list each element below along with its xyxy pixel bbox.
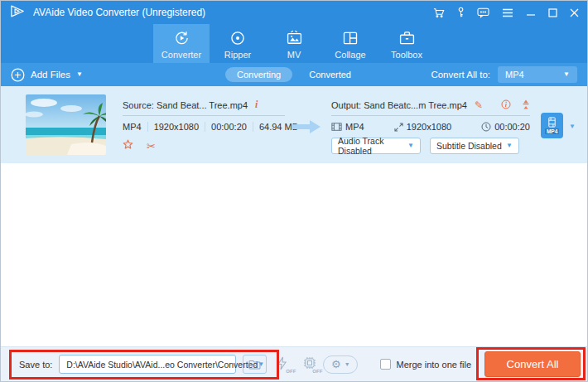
save-to-label: Save to: (19, 360, 52, 370)
audio-track-value: Audio Track Disabled (338, 136, 407, 156)
video-thumbnail (26, 94, 106, 155)
compress-icon[interactable] (522, 99, 530, 111)
tab-mv[interactable]: MV (266, 24, 322, 63)
subtitle-value: Subtitle Disabled (436, 141, 502, 151)
tab-collage[interactable]: Collage (322, 24, 378, 63)
settings-button[interactable]: ⚙ ▼ (323, 355, 358, 374)
cut-icon[interactable]: ✂ (147, 141, 156, 152)
tab-collage-label: Collage (335, 50, 365, 60)
gpu-off-label: OFF (312, 369, 322, 374)
audio-track-dropdown[interactable]: Audio Track Disabled ▼ (331, 138, 421, 154)
source-info: Source: Sand Beat... Tree.mp4 i MP4 1920… (123, 94, 285, 155)
tab-converter[interactable]: Converter (153, 24, 210, 63)
source-resolution: 1920x1080 (147, 122, 199, 132)
menu-icon[interactable] (502, 8, 513, 17)
chevron-down-icon: ▼ (345, 361, 350, 367)
tab-converter-label: Converter (161, 50, 201, 60)
tab-ripper[interactable]: Ripper (210, 24, 266, 63)
convert-arrow-icon (292, 119, 321, 155)
source-info-icon[interactable]: i (255, 99, 258, 111)
add-plus-icon (11, 68, 25, 82)
merge-checkbox-label: Merge into one file (397, 360, 472, 370)
output-filename: Output: Sand Beatc...m Tree.mp4 (331, 100, 467, 110)
title-bar: AVAide Video Converter (Unregistered) (1, 1, 587, 24)
output-duration: 00:00:20 (494, 122, 530, 132)
film-strip-icon (547, 117, 557, 128)
output-format: MP4 (345, 122, 364, 132)
convert-all-to-value: MP4 (505, 70, 524, 80)
rename-icon[interactable]: ✎ (475, 100, 483, 110)
key-icon[interactable] (457, 7, 465, 18)
save-path-value: D:\AVAide Studio\AVAid...eo Converter\Co… (66, 360, 258, 370)
add-files-label: Add Files (31, 70, 70, 80)
output-info: Output: Sand Beatc...m Tree.mp4 ✎ (331, 94, 530, 155)
output-info-icon[interactable] (501, 99, 511, 111)
open-folder-button[interactable] (243, 355, 267, 374)
source-filename: Source: Sand Beat... Tree.mp4 (123, 100, 248, 110)
tab-toolbox[interactable]: Toolbox (378, 24, 435, 63)
output-resolution: 1920x1080 (407, 122, 451, 132)
add-files-button[interactable]: Add Files ▼ (11, 68, 83, 82)
convert-all-to-label: Convert All to: (431, 70, 490, 80)
format-badge: MP4 (545, 128, 559, 134)
chevron-down-icon: ▼ (506, 143, 513, 149)
divider (331, 115, 530, 116)
add-files-caret-icon[interactable]: ▼ (76, 71, 83, 78)
minimize-icon[interactable] (526, 8, 536, 17)
resolution-icon (394, 123, 403, 132)
chevron-down-icon: ▼ (563, 71, 570, 78)
save-path-dropdown[interactable]: D:\AVAide Studio\AVAid...eo Converter\Co… (59, 355, 236, 374)
bottom-bar: Save to: D:\AVAide Studio\AVAid...eo Con… (1, 346, 587, 381)
subtitle-dropdown[interactable]: Subtitle Disabled ▼ (430, 138, 519, 154)
hw-off-label: OFF (286, 369, 296, 374)
gpu-acceleration-toggle[interactable]: OFF (303, 356, 318, 373)
maximize-icon[interactable] (548, 8, 557, 17)
secondary-toolbar: Add Files ▼ Converting Converted Convert… (1, 63, 587, 86)
folder-icon (248, 360, 261, 370)
main-tab-bar: Converter Ripper MV Collage (1, 24, 587, 63)
edit-effects-icon[interactable] (123, 138, 133, 153)
cart-icon[interactable] (433, 7, 445, 18)
hardware-acceleration-toggle[interactable]: OFF (277, 356, 292, 373)
source-duration: 00:00:20 (205, 122, 247, 132)
close-icon[interactable] (570, 8, 579, 17)
file-row: Source: Sand Beat... Tree.mp4 i MP4 1920… (1, 86, 587, 163)
merge-checkbox[interactable] (380, 359, 391, 370)
file-list-empty-area (1, 163, 587, 346)
window-title: AVAide Video Converter (Unregistered) (33, 7, 205, 18)
converting-tab[interactable]: Converting (225, 67, 292, 82)
divider (123, 115, 285, 116)
app-logo-icon (9, 4, 27, 22)
chip-icon (303, 356, 316, 370)
tab-toolbox-label: Toolbox (391, 50, 422, 60)
converted-tab[interactable]: Converted (297, 67, 363, 82)
tab-ripper-label: Ripper (224, 50, 251, 60)
chevron-down-icon: ▼ (407, 143, 414, 149)
feedback-icon[interactable] (477, 7, 489, 18)
gear-icon: ⚙ (331, 359, 341, 370)
source-format: MP4 (123, 122, 142, 132)
output-format-button[interactable]: MP4 (541, 113, 563, 138)
convert-all-button[interactable]: Convert All (484, 351, 581, 377)
clock-icon (481, 122, 491, 132)
format-caret-icon[interactable]: ▼ (569, 123, 576, 130)
convert-all-to-dropdown[interactable]: MP4 ▼ (498, 66, 577, 83)
app-window: AVAide Video Converter (Unregistered) (0, 0, 588, 382)
film-icon (331, 123, 342, 131)
tab-mv-label: MV (287, 50, 301, 60)
